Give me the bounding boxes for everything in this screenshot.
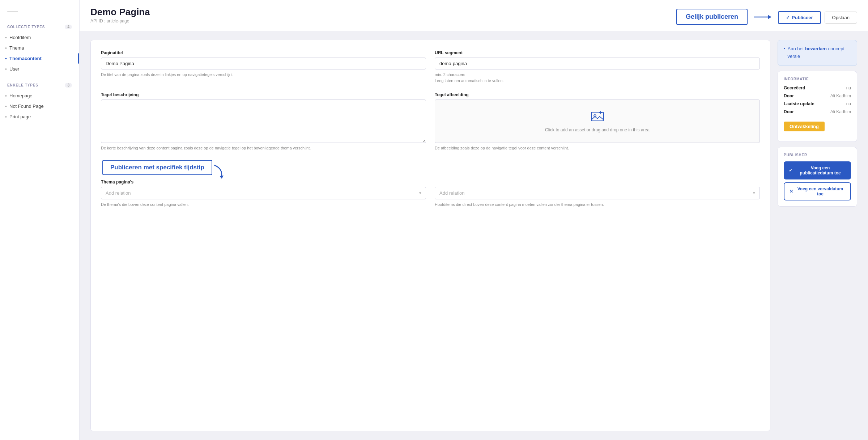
save-label: Opslaan	[832, 15, 850, 20]
enkele-types-section: ENKELE TYPES 3	[0, 80, 79, 90]
status-badge: Ontwikkeling	[784, 122, 825, 131]
vervaldatum-button[interactable]: ✕ Voeg een vervaldatum toe	[784, 182, 851, 200]
enkele-types-label: ENKELE TYPES	[7, 83, 38, 87]
collectie-types-label: COLLECTIE TYPES	[7, 25, 45, 29]
thema-paginas-select[interactable]: Add relation ▾	[101, 187, 426, 199]
sidebar-item-label: Homepage	[9, 93, 33, 98]
publicatiedatum-label: Voeg een publicatiedatum toe	[795, 165, 846, 175]
url-segment-input[interactable]	[435, 58, 760, 69]
publisher-section: PUBLISHER ✓ Voeg een publicatiedatum toe…	[778, 147, 857, 207]
informatie-title: INFORMATIE	[784, 77, 851, 81]
tegel-afbeelding-group: Tegel afbeelding Click to add an ass	[435, 92, 760, 151]
door2-label: Door	[784, 109, 794, 114]
sidebar-item-label: Themacontent	[9, 56, 42, 61]
form-grid-top: Paginatitel De titel van de pagina zoals…	[101, 50, 760, 151]
check-icon: ✓	[786, 15, 790, 20]
aan-het-text: Aan het	[788, 46, 804, 51]
vervaldatum-label: Voeg een vervaldatum toe	[795, 186, 845, 196]
thema-paginas-label: Thema pagina's	[101, 179, 426, 185]
check-icon: ✓	[789, 168, 792, 173]
sidebar-item-hoofditem[interactable]: Hoofditem	[0, 32, 79, 43]
hoofditems-group: – Add relation ▾ Hoofditems die direct b…	[435, 179, 760, 208]
gecreeerd-value: nu	[846, 85, 851, 90]
paginatitel-hint: De titel van de pagina zoals deze in lin…	[101, 72, 426, 78]
tegel-beschrijving-group: Tegel beschrijving De korte beschrijving…	[101, 92, 426, 151]
thema-paginas-hint: De thema's die boven deze content pagina…	[101, 202, 426, 208]
tegel-beschrijving-hint: De korte beschrijving van deze content p…	[101, 145, 426, 151]
sidebar-top-bar	[0, 7, 79, 18]
bewerken-link[interactable]: bewerken	[805, 46, 827, 51]
concept-versie-card: • Aan het bewerken concept versie	[778, 40, 857, 66]
gecreeerd-row: Gecreëerd nu	[784, 85, 851, 90]
hoofditems-hint: Hoofditems die direct boven deze content…	[435, 202, 760, 208]
publisher-title: PUBLISHER	[784, 153, 851, 157]
sidebar-top-line	[7, 11, 18, 12]
relation-row: Thema pagina's Add relation ▾ De thema's…	[101, 179, 760, 208]
publish-button[interactable]: ✓ Publiceer	[778, 11, 821, 24]
chevron-down-icon: ▾	[753, 191, 755, 195]
sidebar-item-not-found[interactable]: Not Found Page	[0, 101, 79, 111]
tijdstip-label: Publiceren met specifiek tijdstip	[110, 164, 204, 171]
informatie-section: INFORMATIE Gecreëerd nu Door Ali Kadhim …	[778, 71, 857, 142]
door2-value: Ali Kadhim	[830, 109, 851, 114]
sidebar-item-label: User	[9, 66, 19, 72]
door1-value: Ali Kadhim	[830, 93, 851, 98]
thema-paginas-group: Thema pagina's Add relation ▾ De thema's…	[101, 179, 426, 208]
thema-paginas-placeholder: Add relation	[106, 190, 131, 196]
gelijk-publiceren-label: Gelijk publiceren	[686, 13, 738, 20]
door1-row: Door Ali Kadhim	[784, 93, 851, 98]
chevron-down-icon: ▾	[419, 191, 421, 195]
laatste-update-label: Laatste update	[784, 101, 814, 106]
sidebar-item-label: Not Found Page	[9, 103, 44, 109]
image-upload-icon	[591, 110, 604, 124]
tegel-afbeelding-hint: De afbeelding zoals deze op de navigatie…	[435, 145, 760, 151]
form-card: Paginatitel De titel van de pagina zoals…	[90, 40, 770, 431]
main-content: Demo Pagina API ID : article-page Gelijk…	[80, 0, 868, 440]
laatste-update-value: nu	[846, 101, 851, 106]
sidebar-item-print-page[interactable]: Print page	[0, 111, 79, 122]
hoofditems-select[interactable]: Add relation ▾	[435, 187, 760, 199]
door1-label: Door	[784, 93, 794, 98]
sidebar-item-thema[interactable]: Thema	[0, 43, 79, 53]
bullet-icon: •	[784, 45, 786, 60]
svg-marker-1	[768, 15, 771, 19]
svg-rect-2	[591, 112, 604, 121]
svg-marker-6	[219, 174, 223, 179]
sidebar-item-user[interactable]: User	[0, 64, 79, 74]
url-segment-group: URL segment min. 2 charactersLeeg laten …	[435, 50, 760, 84]
page-header: Demo Pagina API ID : article-page Gelijk…	[80, 0, 868, 31]
page-title: Demo Pagina	[90, 7, 150, 18]
tegel-beschrijving-label: Tegel beschrijving	[101, 92, 426, 97]
collectie-types-section: COLLECTIE TYPES 4	[0, 22, 79, 32]
laatste-update-row: Laatste update nu	[784, 101, 851, 106]
api-id: API ID : article-page	[90, 18, 150, 24]
publicatiedatum-button[interactable]: ✓ Voeg een publicatiedatum toe	[784, 161, 851, 179]
right-sidebar: • Aan het bewerken concept versie INFORM…	[778, 40, 857, 431]
tegel-beschrijving-input[interactable]	[101, 100, 426, 143]
header-actions: ✓ Publiceer Opslaan	[778, 11, 857, 24]
paginatitel-group: Paginatitel De titel van de pagina zoals…	[101, 50, 426, 84]
concept-versie-text: • Aan het bewerken concept versie	[784, 45, 851, 60]
header-left: Demo Pagina API ID : article-page	[90, 7, 150, 24]
tijdstip-box: Publiceren met specifiek tijdstip	[102, 160, 212, 175]
content-area: Paginatitel De titel van de pagina zoals…	[80, 31, 868, 440]
gecreeerd-label: Gecreëerd	[784, 85, 805, 90]
arrow-right-icon	[754, 13, 771, 21]
gelijk-publiceren-box: Gelijk publiceren	[676, 9, 748, 25]
save-button[interactable]: Opslaan	[825, 12, 857, 24]
close-icon: ✕	[790, 189, 793, 194]
paginatitel-input[interactable]	[101, 58, 426, 69]
publish-label: Publiceer	[792, 15, 813, 20]
sidebar: COLLECTIE TYPES 4 Hoofditem Thema Themac…	[0, 0, 80, 440]
door2-row: Door Ali Kadhim	[784, 109, 851, 114]
sidebar-item-homepage[interactable]: Homepage	[0, 90, 79, 101]
sidebar-item-themacontent[interactable]: Themacontent	[0, 53, 79, 64]
paginatitel-label: Paginatitel	[101, 50, 426, 55]
enkele-types-count: 3	[65, 83, 72, 88]
hoofditems-placeholder: Add relation	[439, 190, 464, 196]
url-segment-label: URL segment	[435, 50, 760, 55]
sidebar-item-label: Hoofditem	[9, 35, 31, 40]
sidebar-item-label: Print page	[9, 114, 31, 119]
collectie-types-count: 4	[65, 25, 72, 29]
image-upload-area[interactable]: Click to add an asset or drag and drop o…	[435, 100, 760, 143]
